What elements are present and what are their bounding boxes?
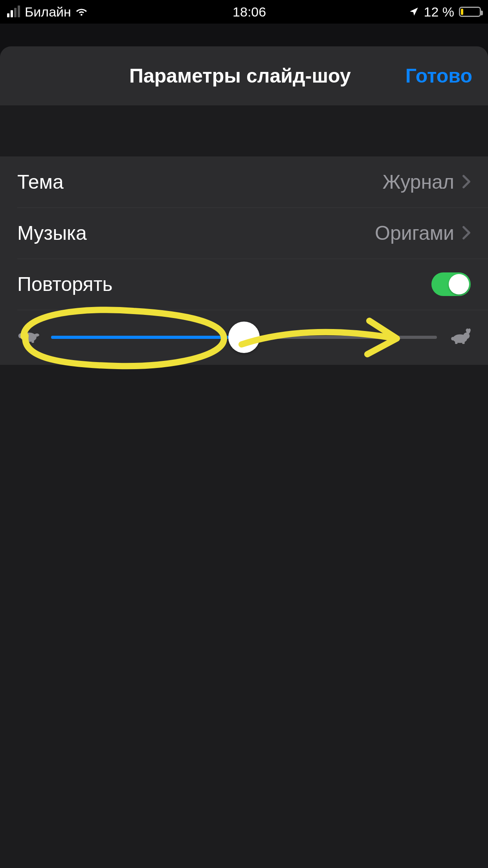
svg-rect-7 — [462, 341, 464, 344]
carrier-label: Билайн — [25, 4, 71, 20]
svg-rect-6 — [455, 341, 457, 344]
theme-label: Тема — [17, 171, 383, 193]
status-bar: Билайн 18:06 12 % — [0, 0, 488, 24]
music-row[interactable]: Музыка Оригами — [0, 208, 488, 259]
theme-value: Журнал — [383, 171, 454, 193]
settings-group: Тема Журнал Музыка Оригами Повторять — [0, 156, 488, 365]
location-icon — [409, 7, 419, 17]
svg-point-1 — [18, 333, 24, 338]
speed-slider-row — [0, 310, 488, 365]
repeat-row: Повторять — [0, 259, 488, 310]
sheet-header: Параметры слайд-шоу Готово — [0, 46, 488, 105]
chevron-right-icon — [462, 222, 471, 245]
repeat-label: Повторять — [17, 273, 431, 296]
speed-slider[interactable] — [51, 336, 437, 339]
svg-rect-2 — [24, 340, 26, 343]
battery-pct-label: 12 % — [424, 4, 455, 20]
music-label: Музыка — [17, 222, 375, 245]
svg-point-0 — [21, 333, 37, 342]
sheet-title: Параметры слайд-шоу — [83, 64, 398, 87]
rabbit-icon — [448, 328, 471, 347]
svg-rect-3 — [31, 340, 34, 343]
repeat-switch[interactable] — [431, 272, 471, 296]
slideshow-options-sheet: Параметры слайд-шоу Готово Тема Журнал М… — [0, 46, 488, 868]
svg-point-8 — [451, 337, 455, 340]
wifi-icon — [76, 6, 90, 17]
battery-icon — [459, 7, 481, 17]
chevron-right-icon — [462, 171, 471, 193]
clock-label: 18:06 — [233, 4, 266, 19]
music-value: Оригами — [375, 222, 454, 245]
signal-icon — [7, 6, 20, 17]
done-button[interactable]: Готово — [405, 64, 472, 87]
theme-row[interactable]: Тема Журнал — [0, 156, 488, 208]
turtle-icon — [17, 329, 40, 346]
